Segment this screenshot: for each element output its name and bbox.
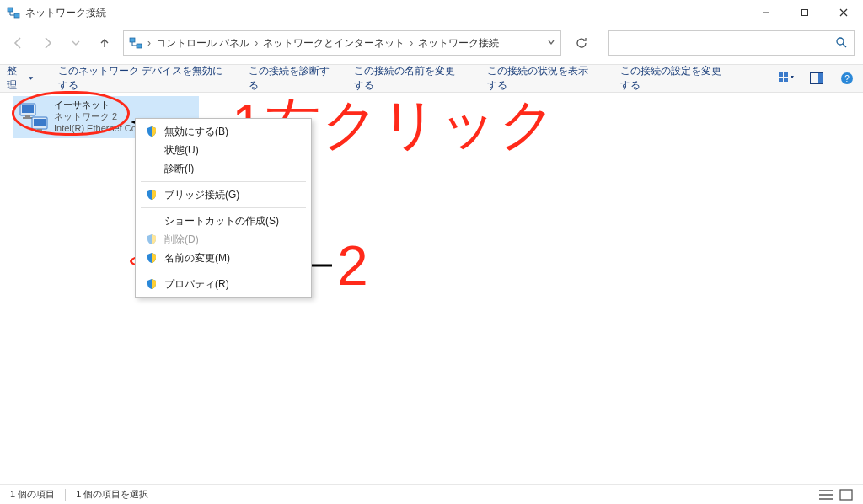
ctx-delete: 削除(D) bbox=[137, 230, 309, 249]
ctx-rename[interactable]: 名前の変更(M) bbox=[137, 249, 309, 267]
ctx-diagnose[interactable]: 診断(I) bbox=[137, 159, 309, 178]
cmd-diagnose[interactable]: この接続を診断する bbox=[249, 64, 331, 93]
status-item-count: 1 個の項目 bbox=[10, 488, 55, 501]
ctx-separator bbox=[141, 271, 306, 271]
refresh-button[interactable] bbox=[570, 31, 593, 55]
search-input[interactable] bbox=[608, 30, 855, 56]
breadcrumb-sep: › bbox=[410, 37, 413, 49]
network-connections-icon bbox=[7, 6, 20, 19]
help-icon: ? bbox=[840, 72, 854, 85]
cmd-view-status[interactable]: この接続の状況を表示する bbox=[487, 64, 597, 93]
nav-back-button[interactable] bbox=[8, 33, 29, 53]
cmd-rename[interactable]: この接続の名前を変更する bbox=[354, 64, 464, 93]
close-icon bbox=[839, 8, 848, 17]
annotation-circle-1 bbox=[12, 91, 130, 136]
large-icons-view-icon[interactable] bbox=[839, 489, 853, 501]
search-icon bbox=[835, 36, 847, 48]
maximize-icon bbox=[801, 8, 809, 17]
maximize-button[interactable] bbox=[785, 0, 824, 25]
nav-forward-button[interactable] bbox=[37, 33, 57, 53]
status-bar: 1 個の項目 1 個の項目を選択 bbox=[0, 484, 863, 504]
svg-rect-12 bbox=[779, 78, 783, 82]
ctx-create-shortcut[interactable]: ショートカットの作成(S) bbox=[137, 212, 309, 230]
window-controls bbox=[747, 0, 863, 25]
shield-icon bbox=[146, 278, 158, 290]
chevron-down-icon bbox=[71, 38, 81, 48]
breadcrumb-sep: › bbox=[255, 37, 258, 49]
svg-rect-6 bbox=[130, 38, 135, 42]
window-title: ネットワーク接続 bbox=[25, 6, 106, 20]
cmd-change-settings[interactable]: この接続の設定を変更する bbox=[620, 64, 730, 93]
breadcrumb-mid[interactable]: ネットワークとインターネット bbox=[263, 36, 405, 51]
arrow-left-icon bbox=[11, 35, 26, 51]
chevron-down-icon bbox=[547, 38, 555, 46]
svg-rect-13 bbox=[784, 78, 788, 82]
nav-up-button[interactable] bbox=[94, 33, 115, 53]
minimize-button[interactable] bbox=[747, 0, 785, 25]
svg-rect-33 bbox=[840, 490, 852, 500]
breadcrumb-root[interactable]: コントロール パネル bbox=[156, 36, 249, 51]
caret-down-icon bbox=[28, 75, 34, 82]
minimize-icon bbox=[762, 8, 770, 17]
organize-menu[interactable]: 整理 bbox=[7, 64, 35, 93]
address-dropdown[interactable] bbox=[547, 37, 555, 49]
ctx-bridge[interactable]: ブリッジ接続(G) bbox=[137, 185, 309, 204]
help-button[interactable]: ? bbox=[838, 69, 856, 88]
ctx-separator bbox=[141, 207, 306, 208]
preview-pane-icon bbox=[810, 72, 823, 84]
svg-rect-10 bbox=[779, 72, 783, 77]
ctx-status[interactable]: 状態(U) bbox=[137, 141, 309, 159]
svg-text:?: ? bbox=[844, 74, 850, 83]
status-divider bbox=[65, 489, 66, 501]
annotation-text-2: 2 bbox=[337, 238, 370, 293]
arrow-up-icon bbox=[98, 36, 111, 50]
svg-line-9 bbox=[843, 44, 846, 47]
svg-rect-15 bbox=[818, 73, 823, 83]
content-area: イーサネット ネットワーク 2 Intel(R) Ethernet Co... … bbox=[0, 94, 863, 480]
context-menu: 無効にする(B) 状態(U) 診断(I) ブリッジ接続(G) ショートカットの作… bbox=[135, 118, 312, 298]
arrow-right-icon bbox=[40, 35, 55, 51]
svg-rect-3 bbox=[802, 10, 808, 16]
shield-icon bbox=[146, 189, 158, 201]
ctx-properties[interactable]: プロパティ(R) bbox=[137, 275, 309, 293]
preview-pane-button[interactable] bbox=[807, 69, 826, 88]
shield-icon bbox=[146, 252, 158, 264]
close-button[interactable] bbox=[824, 0, 863, 25]
ctx-separator bbox=[141, 181, 306, 182]
details-view-icon[interactable] bbox=[819, 489, 833, 501]
nav-recent-button[interactable] bbox=[66, 33, 86, 53]
breadcrumb-leaf[interactable]: ネットワーク接続 bbox=[418, 36, 499, 51]
svg-point-8 bbox=[837, 38, 844, 45]
svg-rect-1 bbox=[14, 13, 19, 18]
nav-row: › コントロール パネル › ネットワークとインターネット › ネットワーク接続 bbox=[0, 27, 863, 59]
status-selected-count: 1 個の項目を選択 bbox=[76, 488, 148, 501]
network-connections-icon bbox=[129, 36, 142, 50]
address-bar[interactable]: › コントロール パネル › ネットワークとインターネット › ネットワーク接続 bbox=[123, 30, 561, 56]
shield-icon bbox=[146, 126, 158, 137]
cmd-disable-device[interactable]: このネットワーク デバイスを無効にする bbox=[58, 64, 225, 93]
shield-icon bbox=[146, 233, 158, 245]
breadcrumb-sep: › bbox=[147, 37, 151, 49]
titlebar: ネットワーク接続 bbox=[0, 0, 863, 25]
ctx-disable[interactable]: 無効にする(B) bbox=[137, 122, 309, 141]
svg-rect-7 bbox=[137, 44, 142, 48]
svg-rect-0 bbox=[8, 8, 13, 12]
svg-rect-11 bbox=[784, 72, 788, 77]
refresh-icon bbox=[575, 36, 588, 50]
view-options-icon bbox=[779, 72, 794, 84]
view-options-button[interactable] bbox=[777, 69, 796, 88]
command-bar: 整理 このネットワーク デバイスを無効にする この接続を診断する この接続の名前… bbox=[0, 64, 863, 93]
